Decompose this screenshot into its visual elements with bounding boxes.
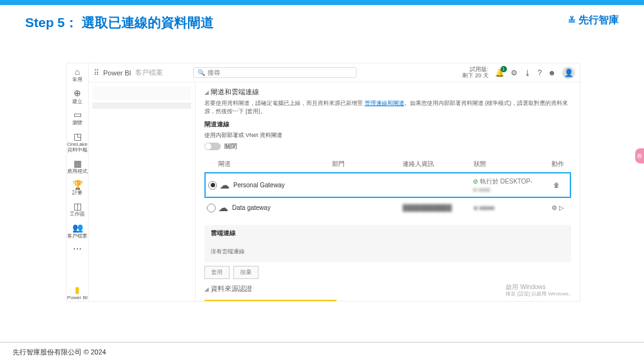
side-panel [89,82,196,301]
delete-gateway-button[interactable]: 🗑 [543,182,570,189]
notif-badge: 1 [501,66,507,72]
search-icon: 🔍 [197,69,205,76]
rail-workspaces[interactable]: ◫工作區 [67,202,88,217]
cell-status: ⊘ 執行於 DESKTOP-■ ■■■ [473,177,543,193]
rail-metrics[interactable]: 🏆計量 [67,180,88,196]
cell-contact: ███████████ [402,204,474,211]
rail-browse[interactable]: ▭瀏覽 [67,110,88,126]
trial-status: 試用版:剩下 20 天 [462,67,489,79]
plus-icon: ⊕ [67,89,88,98]
cell-status: ■ ■■■■ [474,204,545,211]
sidepanel-subitem[interactable] [92,102,191,109]
folder-icon: ▭ [67,110,88,119]
help-text: 若要使用資料閘道，請確定電腦已上線，而且資料來源已新增至 管理連線和閘道。如果您… [204,99,571,115]
windows-activation-watermark: 啟用 Windows 移至 [設定] 以啟用 Windows。 [506,283,574,297]
waffle-icon[interactable]: ⠿ [94,69,98,77]
cloud-gear-icon: ☁ [218,202,228,214]
notifications-button[interactable]: 🔔1 [495,69,504,77]
trophy-icon: 🏆 [67,180,88,190]
onelake-icon: ◳ [67,132,88,141]
workspace-icon: ◫ [67,202,88,211]
settings-content: ◢閘道和雲端連線 若要使用資料閘道，請確定電腦已上線，而且資料來源已新增至 管理… [196,82,580,301]
toggle-state-text: 關閉 [225,142,237,151]
gateway-name: Data gateway [232,204,270,211]
help-button[interactable]: ? [538,69,542,77]
gateway-name: Personal Gateway [233,182,285,189]
col-dept: 部門 [332,160,403,168]
ellipsis-icon: ⋯ [67,244,88,254]
section-gateway-cloud[interactable]: ◢閘道和雲端連線 [204,87,571,97]
settings-button[interactable]: ⚙ [511,69,518,77]
cloud-user-icon: ☁ [219,179,230,191]
col-status: 狀態 [474,160,545,168]
sidepanel-item[interactable] [92,86,191,100]
slide-footer: 先行智庫股份有限公司 © 2024 [0,342,644,362]
manage-gateways-link[interactable]: 管理連線和閘道 [365,100,404,106]
rail-powerbi[interactable]: ▮Power BI [67,285,88,301]
rail-more[interactable]: ⋯ [67,244,88,255]
rail-customer[interactable]: 👥客戶檔案 [67,223,88,239]
side-tab[interactable]: 教 [635,148,644,163]
radio-data-gateway[interactable] [207,204,216,212]
rail-onelake[interactable]: ◳OneLake 資料中樞 [67,132,88,153]
people-icon: 👥 [67,223,88,233]
brand-text: 先行智庫 [579,14,619,27]
product-name: Power BI [103,69,131,77]
apply-button[interactable]: 套用 [204,266,230,279]
collapse-icon: ◢ [204,89,209,96]
col-gateway: 閘道 [218,160,332,168]
gateway-row-data[interactable]: ☁Data gateway ███████████ ■ ■■■■ ⚙ ▷ [204,198,571,217]
account-avatar[interactable]: 👤 [562,67,575,79]
radio-personal-gateway[interactable] [208,181,217,190]
cloud-connections-heading: 雲端連線 [204,225,571,241]
brand-icon: ≚ [568,15,576,26]
home-icon: ⌂ [67,67,88,77]
powerbi-app: ⌂常用 ⊕建立 ▭瀏覽 ◳OneLake 資料中樞 ▦應用程式 🏆計量 ◫工作區… [66,63,580,302]
gateway-table: 閘道 部門 連絡人資訊 狀態 動作 ☁Personal Gateway ⊘ 執行… [204,157,571,217]
step-title: Step 5： 選取已連線的資料閘道 [25,14,214,31]
gateway-mode-label: 使用內部部署或 VNet 資料閘道 [204,131,571,140]
left-rail: ⌂常用 ⊕建立 ▭瀏覽 ◳OneLake 資料中樞 ▦應用程式 🏆計量 ◫工作區… [67,63,89,301]
download-button[interactable]: ⭳ [524,69,531,77]
no-cloud-connections: 沒有雲端連線 [204,241,571,262]
collapse-icon: ◢ [204,286,209,292]
gateway-toggle[interactable] [204,143,221,150]
col-contact: 連絡人資訊 [402,160,474,168]
discard-button[interactable]: 捨棄 [233,266,258,279]
apps-icon: ▦ [67,159,88,168]
gateway-connections-heading: 閘道連線 [204,120,571,129]
gateway-row-personal[interactable]: ☁Personal Gateway ⊘ 執行於 DESKTOP-■ ■■■ 🗑 [204,172,571,198]
app-header: ⠿ Power BI客戶檔案 🔍 試用版:剩下 20 天 🔔1 ⚙ ⭳ ? ☻ … [89,63,580,82]
gateway-actions[interactable]: ⚙ ▷ [545,204,571,211]
brand-logo: ≚先行智庫 [568,14,619,27]
search-input[interactable] [208,69,352,76]
rail-create[interactable]: ⊕建立 [67,89,88,104]
rail-apps[interactable]: ▦應用程式 [67,159,88,175]
breadcrumb-context: 客戶檔案 [135,68,163,77]
search-box[interactable]: 🔍 [193,67,357,78]
rail-home[interactable]: ⌂常用 [67,67,88,83]
powerbi-icon: ▮ [67,285,88,295]
feedback-button[interactable]: ☻ [548,69,556,77]
col-actions: 動作 [545,160,571,168]
progress-bar [204,300,425,301]
